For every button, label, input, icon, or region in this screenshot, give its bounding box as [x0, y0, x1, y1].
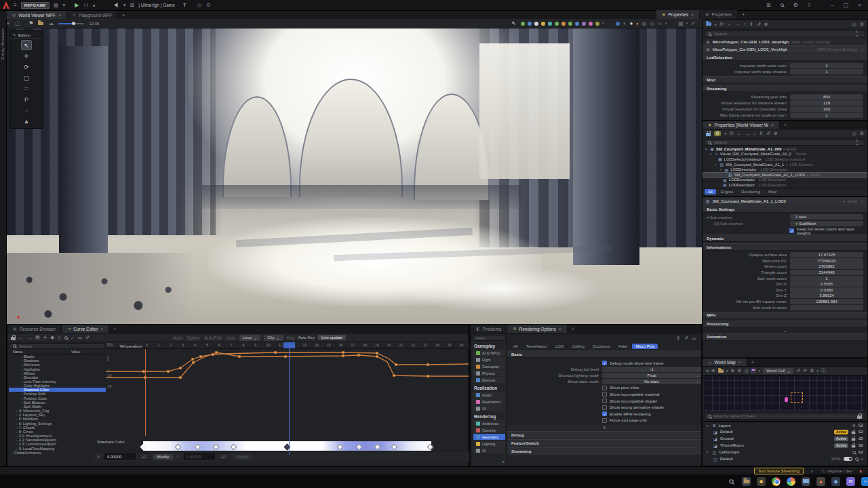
checkbox[interactable] — [602, 386, 607, 390]
curve-graph-area[interactable]: -3-2-10123456789101112131415161718192021… — [106, 342, 469, 451]
grid-icon[interactable]: ⊞ — [130, 3, 135, 8]
world-cell-dropdown[interactable]: World Cell⌄ — [763, 368, 794, 374]
tab-close-icon[interactable]: × — [738, 360, 741, 365]
tab-close-icon[interactable]: × — [771, 123, 774, 127]
property-value[interactable]: 800 — [790, 94, 863, 100]
ro-checkbox-row[interactable]: Show pixel infos — [507, 385, 701, 392]
minimize-button[interactable]: – — [831, 3, 833, 8]
target-icon[interactable]: ◎ — [852, 22, 856, 27]
entity-tree-item[interactable]: ▧ SM_Courtyard_MetalGrate_A1_1_LOD0 • Me… — [703, 172, 867, 178]
y-modify-button[interactable]: Modify — [233, 454, 253, 460]
ro-checkbox-row[interactable]: Show wrong derivative shader — [507, 404, 701, 411]
section-misc[interactable]: Misc — [703, 76, 867, 83]
category-item[interactable]: Ambience — [473, 420, 505, 426]
window-search-icon[interactable] — [781, 3, 784, 7]
ro-tab[interactable]: Occlusion — [589, 344, 614, 349]
pause-button[interactable]: ❙❙ — [83, 3, 89, 7]
taskbar-steel-app-icon[interactable]: ◆ — [831, 477, 840, 486]
map-filter-input[interactable] — [714, 414, 854, 418]
playhead-line[interactable] — [289, 342, 290, 455]
close-button[interactable]: × — [858, 3, 861, 8]
edition-tool-button[interactable]: ∷ — [21, 83, 32, 94]
collapse-section-icon[interactable]: ∧ — [507, 425, 701, 430]
play-button[interactable]: ▶ — [75, 3, 79, 8]
tangent-mode-button[interactable]: Spline — [186, 336, 199, 340]
lock-icon[interactable] — [857, 415, 862, 419]
expand-more-icon[interactable]: ⌄ — [703, 328, 867, 333]
ro-field-value[interactable]: No stats⌄ — [602, 379, 701, 384]
category-item[interactable]: Physics — [473, 370, 505, 376]
collapse-all-icon[interactable]: ⇕ — [765, 130, 772, 137]
category-item[interactable]: Realization — [473, 399, 505, 405]
expand-icon[interactable]: ⇕ — [84, 334, 91, 341]
gear-icon[interactable]: ⚙ — [860, 131, 864, 136]
volume-icon[interactable] — [115, 3, 119, 7]
expand-icon[interactable]: ⇕ — [749, 22, 753, 27]
entity-search-input[interactable] — [714, 140, 853, 144]
taskbar-search-icon[interactable] — [727, 477, 736, 486]
edition-tool-button[interactable]: ✛ — [21, 51, 32, 61]
section-animation[interactable]: Animation — [703, 333, 867, 341]
gradient-stop[interactable] — [212, 444, 219, 451]
gear-icon[interactable]: ⚙ — [860, 22, 864, 27]
pinned-gear-icon[interactable]: ⚙ — [714, 131, 721, 136]
gear-icon[interactable]: ⚙ — [737, 368, 741, 373]
category-item[interactable]: Camera — [473, 427, 505, 433]
ro-checkbox-row[interactable]: Debug mode show wire frame — [507, 360, 701, 367]
visibility-icon[interactable] — [859, 430, 863, 434]
gradient-stop[interactable] — [336, 444, 343, 451]
checkbox[interactable] — [602, 411, 607, 416]
shading-icon-strip[interactable]: ◐ ● ♦ ◍ ◎ % ▾ — [616, 21, 667, 26]
gradient-stop[interactable] — [374, 444, 380, 451]
checkbox[interactable] — [602, 405, 607, 410]
entity-tree-item[interactable]: ▤ LODDescriptor LOD Descriptor — [703, 178, 867, 183]
lock-icon[interactable] — [852, 445, 856, 448]
add-location-icon[interactable]: ⊕ — [711, 368, 715, 373]
search-icon[interactable] — [852, 451, 856, 454]
taskbar-photos-icon[interactable] — [787, 477, 795, 486]
folder-icon[interactable] — [718, 369, 724, 373]
gradient-stop[interactable] — [391, 444, 397, 451]
edition-tool-button[interactable]: ⟳ — [21, 62, 32, 72]
section-lodselection[interactable]: LodSelection — [703, 54, 867, 61]
tool-texture-streaming-badge[interactable]: Tool Texture Streaming — [754, 468, 804, 474]
refresh-icon[interactable]: ⟳ — [720, 22, 724, 27]
checkbox[interactable] — [789, 228, 794, 233]
breadcrumb-context[interactable]: MPH Context Settings — [791, 40, 830, 44]
key-outline-icon[interactable]: ◇ — [58, 335, 61, 340]
maximize-panel-icon[interactable]: ⇕ — [683, 335, 690, 342]
category-item[interactable]: Audio — [473, 392, 505, 398]
ro-section-bar[interactable]: Debug — [507, 431, 701, 439]
section-basic[interactable]: Basic — [507, 350, 701, 358]
ro-tab[interactable]: Culling — [568, 344, 587, 349]
ro-checkbox-row[interactable]: Show incompatible shader — [507, 398, 701, 405]
category-realization[interactable]: Realization — [472, 384, 507, 392]
settings-icon[interactable]: ⚙ — [206, 3, 211, 8]
map-filter[interactable] — [705, 413, 865, 420]
branch-indicator[interactable]: ⌥ refgame / dev — [821, 468, 852, 473]
y-value-input[interactable] — [184, 453, 215, 460]
layer-row[interactable]: ◪ ThroneRoom Active — [703, 442, 867, 449]
pick-icon[interactable]: ⌖ — [861, 457, 863, 462]
entity-tree-item[interactable]: ▾ ◉ SM_Courtyard_MetalGrate_A1_009 • Ent… — [703, 146, 867, 152]
up-icon[interactable]: ↑ — [753, 131, 756, 136]
new-tab-button[interactable]: + — [118, 11, 129, 19]
world-icon[interactable]: ◎ — [197, 3, 202, 8]
ro-section-bar[interactable]: FeatureSwitch — [507, 439, 701, 447]
ro-tab[interactable]: Tessellation — [523, 344, 551, 349]
fit-map-icon[interactable]: ⇕ — [795, 367, 802, 374]
active-badge[interactable]: Active — [834, 430, 848, 434]
category-item[interactable]: Fight — [473, 357, 505, 363]
watch-icon[interactable]: ∞ — [692, 336, 696, 341]
entity-tree-item[interactable]: ▾ ⬦ Visual (SM_Courtyard_MetalGrate_A1_l… — [703, 152, 867, 157]
gradient-stop[interactable] — [427, 444, 433, 451]
forward-icon[interactable]: → — [27, 336, 32, 340]
property-value[interactable]: 1 — [790, 113, 863, 118]
curve-tree-item[interactable]: ›GlobalAmbiance — [9, 451, 106, 455]
clip-dropdown[interactable]: Clip⌄ — [264, 335, 283, 341]
tab-problems[interactable]: ◧Problems — [471, 325, 507, 333]
property-value[interactable]: 160 — [790, 106, 863, 112]
y-plusminus-button[interactable]: +/- — [218, 453, 229, 460]
dropdown-icon[interactable]: ▾ — [758, 369, 760, 373]
taskbar-flame-app-icon[interactable]: ▲ — [816, 477, 825, 486]
